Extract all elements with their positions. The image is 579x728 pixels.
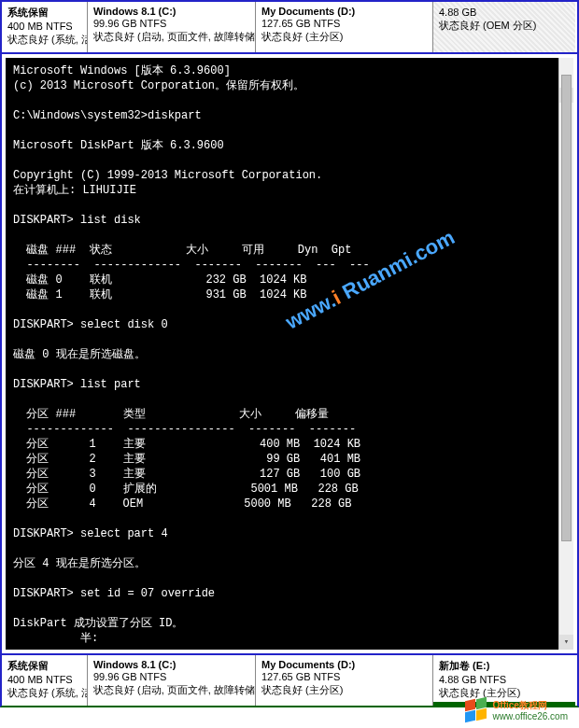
partition-title: 新加卷 (E:): [439, 659, 570, 673]
partition-system-reserved[interactable]: 系统保留 400 MB NTFS 状态良好 (系统, 活: [2, 655, 88, 706]
partition-size: 127.65 GB NTFS: [261, 671, 427, 682]
partition-size: 127.65 GB NTFS: [261, 18, 427, 29]
partition-status: 状态良好 (主分区): [261, 683, 427, 697]
partition-title: Windows 8.1 (C:): [93, 659, 249, 670]
partition-size: 99.96 GB NTFS: [93, 671, 249, 682]
partition-bar-bottom: 系统保留 400 MB NTFS 状态良好 (系统, 活 Windows 8.1…: [0, 653, 579, 707]
partition-size: 99.96 GB NTFS: [93, 18, 249, 29]
partition-bar-top: 系统保留 400 MB NTFS 状态良好 (系统, 活 Windows 8.1…: [0, 0, 579, 54]
partition-size: 4.88 GB: [439, 7, 570, 18]
partition-e-drive[interactable]: 新加卷 (E:) 4.88 GB NTFS 状态良好 (主分区): [433, 655, 575, 706]
command-prompt-terminal[interactable]: Microsoft Windows [版本 6.3.9600] (c) 2013…: [6, 58, 573, 650]
partition-status: 状态良好 (主分区): [261, 30, 427, 44]
terminal-scrollbar[interactable]: ▴ ▾: [558, 58, 573, 650]
partition-system-reserved[interactable]: 系统保留 400 MB NTFS 状态良好 (系统, 活: [2, 2, 88, 52]
terminal-container: Microsoft Windows [版本 6.3.9600] (c) 2013…: [0, 54, 579, 653]
scroll-down-button[interactable]: ▾: [559, 635, 573, 650]
partition-oem[interactable]: 4.88 GB 状态良好 (OEM 分区): [433, 2, 575, 52]
partition-title: 系统保留: [7, 659, 81, 673]
partition-d-drive[interactable]: My Documents (D:) 127.65 GB NTFS 状态良好 (主…: [256, 2, 433, 52]
partition-status: 状态良好 (启动, 页面文件, 故障转储,: [93, 30, 249, 44]
partition-c-drive[interactable]: Windows 8.1 (C:) 99.96 GB NTFS 状态良好 (启动,…: [88, 655, 256, 706]
partition-status: 状态良好 (系统, 活: [7, 686, 81, 700]
partition-status: 状态良好 (系统, 活: [7, 33, 81, 47]
partition-status: 状态良好 (OEM 分区): [439, 19, 570, 33]
partition-d-drive[interactable]: My Documents (D:) 127.65 GB NTFS 状态良好 (主…: [256, 655, 433, 706]
partition-status: 状态良好 (启动, 页面文件, 故障转储,: [93, 683, 249, 697]
partition-title: My Documents (D:): [261, 659, 427, 670]
partition-size: 4.88 GB NTFS: [439, 674, 570, 685]
partition-title: My Documents (D:): [261, 6, 427, 17]
partition-c-drive[interactable]: Windows 8.1 (C:) 99.96 GB NTFS 状态良好 (启动,…: [88, 2, 256, 52]
scroll-thumb[interactable]: [561, 75, 572, 541]
partition-size: 400 MB NTFS: [7, 21, 81, 32]
partition-title: Windows 8.1 (C:): [93, 6, 249, 17]
partition-status: 状态良好 (主分区): [439, 686, 570, 700]
partition-size: 400 MB NTFS: [7, 674, 81, 685]
partition-title: 系统保留: [7, 6, 81, 20]
